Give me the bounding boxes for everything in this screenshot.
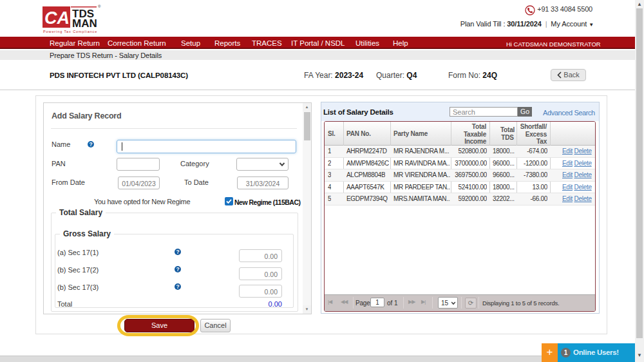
svg-text:MAN: MAN: [72, 17, 97, 30]
svg-text:Powering Tax Compliance: Powering Tax Compliance: [43, 30, 97, 33]
svg-text:CA: CA: [44, 8, 70, 28]
svg-text:®: ®: [98, 5, 101, 8]
